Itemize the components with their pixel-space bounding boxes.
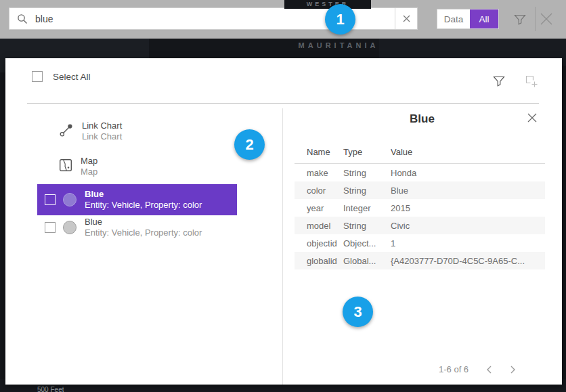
- item-title: Blue: [85, 217, 202, 227]
- table-row: globalid Global... {A4203777-D70D-4C5C-9…: [295, 252, 545, 269]
- cell-type: String: [343, 168, 391, 178]
- toolbar-divider: [535, 7, 536, 31]
- map-label-mauritania: MAURITANIA: [223, 41, 454, 49]
- cell-name: color: [295, 186, 343, 196]
- map-label-western-sahara: WESTER: [284, 0, 371, 9]
- table-row: model String Civic: [295, 217, 545, 234]
- panel-header-divider: [27, 103, 539, 104]
- cell-name: model: [295, 221, 343, 231]
- filter-icon: [513, 12, 527, 26]
- entity-circle-icon: [63, 193, 77, 206]
- table-row: make String Honda: [295, 164, 545, 181]
- item-title: Map: [81, 156, 97, 167]
- callout-badge-3: 3: [343, 297, 373, 327]
- item-title: Blue: [85, 189, 202, 200]
- cell-name: globalid: [295, 256, 343, 266]
- cell-value: Blue: [391, 186, 545, 196]
- cell-value: Civic: [391, 221, 545, 231]
- cell-type: String: [343, 221, 391, 231]
- search-toolbar: Data All: [0, 0, 566, 39]
- cell-name: year: [295, 203, 343, 213]
- filter-icon: [492, 73, 506, 88]
- select-all-label: Select All: [53, 72, 91, 82]
- cell-type: String: [343, 186, 391, 196]
- search-box[interactable]: [9, 7, 418, 30]
- cell-name: objectid: [295, 238, 343, 248]
- list-item-link-chart[interactable]: Link Chart Link Chart: [59, 121, 122, 142]
- column-header-value: Value: [391, 147, 545, 157]
- list-item-blue[interactable]: Blue Entity: Vehicle, Property: color: [37, 217, 202, 238]
- list-detail-divider: [282, 108, 283, 385]
- next-page-button[interactable]: [510, 365, 516, 374]
- table-row: color String Blue: [295, 181, 545, 199]
- cell-type: Integer: [343, 203, 391, 213]
- table-row: objectid Object... 1: [295, 234, 545, 252]
- close-icon: [402, 14, 411, 23]
- item-checkbox[interactable]: [45, 222, 56, 233]
- pagination-label: 1-6 of 6: [439, 364, 469, 374]
- search-scope-toggle: Data All: [437, 9, 499, 29]
- link-chart-icon: [59, 123, 74, 140]
- previous-page-button[interactable]: [486, 365, 492, 374]
- clear-search-button[interactable]: [395, 8, 417, 29]
- item-subtitle: Map: [81, 167, 97, 177]
- cell-value: 1: [391, 238, 545, 248]
- entity-circle-icon: [63, 221, 77, 234]
- toolbar-filter-button[interactable]: [513, 12, 527, 26]
- column-header-type: Type: [343, 147, 391, 157]
- attribute-table: make String Honda color String Blue year…: [295, 164, 545, 269]
- cell-type: Global...: [343, 256, 391, 266]
- select-all-checkbox[interactable]: [32, 71, 43, 82]
- cell-name: make: [295, 168, 343, 178]
- item-subtitle: Entity: Vehicle, Property: color: [85, 200, 202, 211]
- item-title: Link Chart: [82, 121, 122, 131]
- chevron-left-icon: [486, 365, 492, 374]
- scope-data-button[interactable]: Data: [437, 9, 470, 28]
- scope-all-button[interactable]: All: [470, 9, 498, 28]
- cell-value: 2015: [391, 203, 545, 213]
- detail-close-button[interactable]: [527, 112, 538, 123]
- search-icon: [17, 14, 28, 24]
- cell-value: Honda: [391, 168, 545, 178]
- table-row: year Integer 2015: [295, 199, 545, 217]
- add-square-icon: [523, 73, 540, 89]
- attribute-table-header: Name Type Value: [295, 147, 545, 157]
- item-subtitle: Link Chart: [82, 131, 122, 142]
- pagination: 1-6 of 6: [439, 364, 516, 374]
- detail-title: Blue: [282, 112, 562, 126]
- close-icon: [527, 112, 538, 123]
- callout-badge-1: 1: [325, 4, 355, 35]
- cell-value: {A4203777-D70D-4C5C-9A65-C...: [391, 256, 545, 266]
- item-checkbox[interactable]: [45, 194, 56, 205]
- chevron-right-icon: [510, 365, 516, 374]
- callout-badge-2: 2: [234, 129, 265, 160]
- toolbar-close-button[interactable]: [539, 12, 554, 26]
- close-icon: [539, 12, 554, 26]
- cell-type: Object...: [343, 238, 391, 248]
- map-scale-label: 500 Feet: [37, 386, 64, 392]
- results-filter-button[interactable]: [492, 73, 506, 88]
- list-item-map[interactable]: Map Map: [59, 156, 97, 177]
- column-header-name: Name: [295, 147, 343, 157]
- select-all-control[interactable]: Select All: [32, 71, 91, 82]
- item-subtitle: Entity: Vehicle, Property: color: [85, 227, 202, 238]
- map-icon: [59, 158, 72, 175]
- list-item-blue-selected[interactable]: Blue Entity: Vehicle, Property: color: [37, 184, 237, 215]
- add-to-new-button[interactable]: [523, 73, 540, 89]
